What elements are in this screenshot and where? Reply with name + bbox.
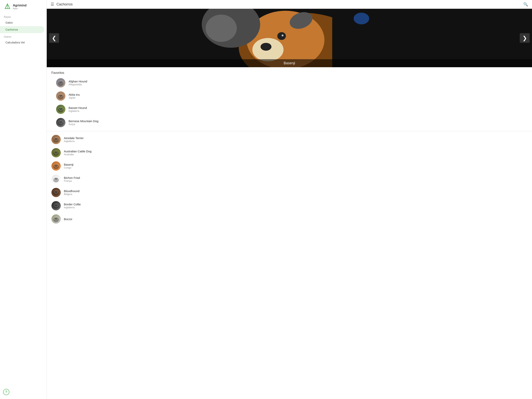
carousel-caption: Basenji bbox=[47, 59, 532, 67]
breed-avatar-inner bbox=[51, 135, 61, 144]
svg-point-62 bbox=[57, 205, 57, 206]
sidebar-section-label-outros: Outros bbox=[0, 33, 47, 39]
help-button[interactable]: ? bbox=[3, 389, 9, 395]
breed-avatar-inner bbox=[51, 201, 61, 210]
menu-icon[interactable]: ☰ bbox=[51, 2, 54, 7]
breed-list-item-australian-cattle-dog[interactable]: Australian Cattle Dog Australia bbox=[47, 146, 532, 159]
breed-list-item-bichon-frise[interactable]: Bichon Frisé França bbox=[47, 173, 532, 186]
breed-list-item-airedale-terrier[interactable]: Airedale Terrier Inglaterra bbox=[47, 133, 532, 146]
svg-point-8 bbox=[282, 34, 284, 36]
breed-avatar-inner bbox=[51, 174, 61, 184]
breed-info: Basset Hound Inglaterra bbox=[69, 106, 87, 112]
breed-avatar bbox=[51, 135, 61, 144]
breed-name: Basset Hound bbox=[69, 106, 87, 109]
breed-avatar bbox=[56, 118, 65, 127]
sidebar-item-gatos[interactable]: Gatos bbox=[0, 19, 44, 26]
carousel-prev-button[interactable]: ❮ bbox=[49, 33, 59, 43]
svg-point-41 bbox=[55, 152, 56, 153]
svg-point-13 bbox=[354, 13, 369, 24]
breed-list-section: Airedale Terrier Inglaterra Australian C… bbox=[47, 131, 532, 227]
favoritos-item-afghan-hound[interactable]: Afghan Hound Afeganistão bbox=[51, 76, 527, 90]
sidebar-item-calculadora-vet[interactable]: Calculadora Vet bbox=[0, 39, 44, 46]
breed-avatar-svg bbox=[56, 78, 65, 87]
svg-point-6 bbox=[260, 43, 272, 51]
svg-point-51 bbox=[55, 178, 56, 179]
breed-name: Bernese Mountain Dog bbox=[69, 119, 98, 123]
main-content: ☰ Cachorros 🔍 bbox=[47, 0, 532, 399]
breed-name: Afghan Hound bbox=[69, 80, 87, 83]
breed-name: Bichon Frisé bbox=[64, 176, 80, 180]
breed-origin: Inglaterra bbox=[64, 140, 83, 143]
carousel: ❮ ❯ Basenji bbox=[47, 9, 532, 67]
svg-point-11 bbox=[206, 15, 237, 42]
search-button[interactable]: 🔍 bbox=[523, 2, 528, 7]
svg-point-58 bbox=[55, 192, 57, 193]
favoritos-item-basset-hound[interactable]: Basset Hound Inglaterra bbox=[51, 103, 527, 116]
svg-point-66 bbox=[55, 218, 56, 219]
breed-info: Bernese Mountain Dog Suíça bbox=[69, 119, 98, 126]
svg-point-57 bbox=[57, 191, 57, 192]
help-icon-area: ? bbox=[3, 389, 9, 395]
breed-info: Border Collie Inglaterra bbox=[64, 203, 81, 209]
favoritos-list: Afghan Hound Afeganistão Akita inu Jap bbox=[51, 76, 527, 129]
breed-avatar-svg bbox=[56, 91, 65, 101]
svg-point-27 bbox=[61, 108, 62, 109]
svg-point-17 bbox=[61, 82, 62, 83]
svg-point-43 bbox=[55, 152, 57, 154]
breed-info: Bloodhound Bélgica bbox=[64, 189, 79, 196]
breed-info: Australian Cattle Dog Australia bbox=[64, 150, 92, 156]
breed-avatar-inner bbox=[56, 118, 65, 127]
breed-avatar bbox=[51, 188, 61, 197]
logo-title: Agrimind bbox=[13, 4, 26, 7]
breed-info: Bichon Frisé França bbox=[64, 176, 80, 182]
breed-list-item-border-collie[interactable]: Border Collie Inglaterra bbox=[47, 199, 532, 212]
breed-info: Afghan Hound Afeganistão bbox=[69, 80, 87, 86]
breed-avatar-svg bbox=[56, 105, 65, 114]
breed-avatar-inner bbox=[56, 78, 65, 87]
sidebar: Agrimind Apps Raças Gatos Cachorros Outr… bbox=[0, 0, 47, 399]
breed-list-item-basenji[interactable]: Basenji Congo bbox=[47, 159, 532, 173]
breed-avatar bbox=[56, 105, 65, 114]
svg-point-23 bbox=[60, 96, 62, 97]
breed-list-item-bloodhound[interactable]: Bloodhound Bélgica bbox=[47, 186, 532, 199]
breed-origin: Australia bbox=[64, 153, 92, 156]
logo-subtitle: Apps bbox=[13, 7, 26, 10]
svg-point-38 bbox=[55, 139, 57, 140]
breed-origin: Suíça bbox=[69, 123, 98, 126]
breed-name: Bloodhound bbox=[64, 189, 79, 193]
breed-list-item-borzoi[interactable]: Borzoi bbox=[47, 212, 532, 225]
breed-info: Basenji Congo bbox=[64, 163, 73, 169]
svg-point-68 bbox=[55, 219, 57, 220]
svg-point-37 bbox=[57, 138, 57, 139]
svg-point-67 bbox=[57, 218, 57, 219]
svg-point-42 bbox=[57, 152, 57, 153]
svg-point-48 bbox=[55, 166, 57, 167]
breed-avatar bbox=[56, 78, 65, 87]
breed-origin: França bbox=[64, 180, 80, 182]
svg-point-18 bbox=[60, 82, 62, 84]
sidebar-section-label-racas: Raças bbox=[0, 13, 47, 19]
breed-avatar-svg bbox=[51, 214, 61, 224]
svg-point-52 bbox=[57, 178, 57, 179]
breed-name: Airedale Terrier bbox=[64, 136, 83, 140]
svg-point-53 bbox=[55, 179, 57, 180]
breed-avatar-inner bbox=[51, 161, 61, 171]
breed-avatar-inner bbox=[56, 105, 65, 114]
breed-avatar-inner bbox=[51, 188, 61, 197]
breed-avatar-svg bbox=[51, 201, 61, 210]
breed-origin: Inglaterra bbox=[69, 109, 87, 112]
sidebar-section-racas: Raças Gatos Cachorros bbox=[0, 13, 47, 33]
svg-point-22 bbox=[61, 95, 62, 96]
favoritos-item-bernese-mountain-dog[interactable]: Bernese Mountain Dog Suíça bbox=[51, 116, 527, 129]
breed-name: Basenji bbox=[64, 163, 73, 166]
breed-avatar-inner bbox=[51, 148, 61, 157]
favoritos-item-akita-inu[interactable]: Akita inu Japão bbox=[51, 90, 527, 103]
breed-name: Borzoi bbox=[64, 217, 72, 221]
breed-avatar bbox=[56, 91, 65, 101]
svg-point-36 bbox=[55, 138, 56, 139]
carousel-next-button[interactable]: ❯ bbox=[520, 33, 530, 43]
sidebar-item-cachorros[interactable]: Cachorros bbox=[0, 26, 44, 33]
breed-origin: Bélgica bbox=[64, 193, 79, 196]
breed-avatar-inner bbox=[56, 91, 65, 101]
svg-point-26 bbox=[60, 108, 61, 109]
